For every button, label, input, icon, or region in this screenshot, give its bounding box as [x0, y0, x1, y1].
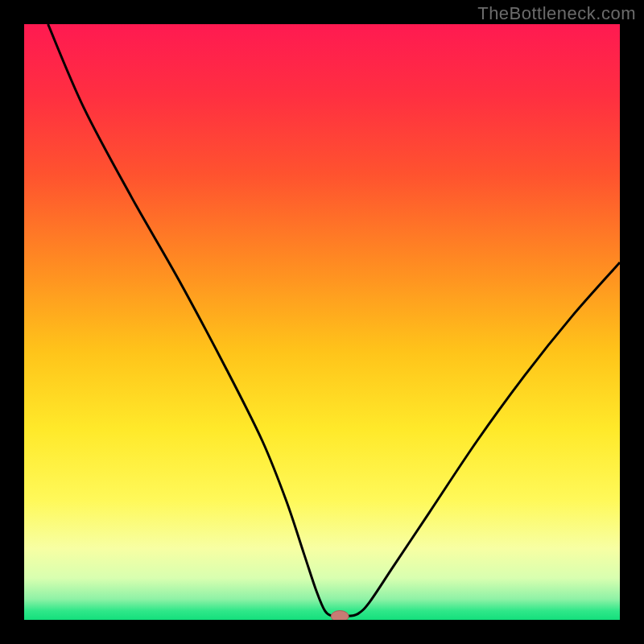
- gradient-background: [24, 24, 620, 620]
- plot-area: [24, 24, 620, 620]
- watermark-text: TheBottleneck.com: [477, 3, 636, 24]
- focus-marker: [331, 611, 349, 620]
- chart-frame: TheBottleneck.com: [0, 0, 644, 644]
- bottleneck-chart: [24, 24, 620, 620]
